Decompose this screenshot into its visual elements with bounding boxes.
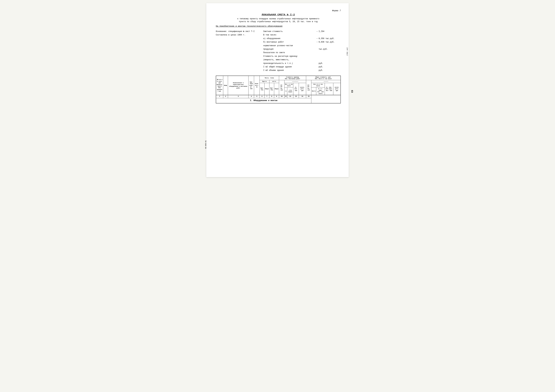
th-cipher: Шифр (223, 76, 228, 95)
estimated-cost-label: Сметная стоимость (263, 30, 315, 33)
document-title: ЛОКАЛЬНАЯ СМЕТА № I-2 (216, 14, 341, 16)
th-unit: Еди- ница изме- ре- ния (248, 76, 254, 95)
th-brutto: брутто (260, 80, 269, 83)
page-number: б3 (351, 90, 353, 93)
document-purpose: На приобретение и монтаж технологическог… (216, 25, 341, 27)
th-vs: Все- в том числе (284, 83, 293, 87)
capacity-label: (мощность, вместимость, (263, 58, 315, 61)
info-section: Основание: спецификация № лист Т-I Соста… (216, 30, 341, 72)
th-total-breakdown: —————— (311, 80, 341, 83)
basis-label: Основание: спецификация № лист Т-I (216, 30, 260, 33)
th-net-unit: Еди- ниц (269, 83, 274, 95)
productivity-row: производительность и т.п.) руб. (263, 62, 341, 65)
total-cost-value: I,I94 (319, 30, 341, 33)
th-oc-nov: ос- нов- ная (293, 83, 299, 95)
th-bru-total: Общая (264, 83, 269, 95)
th-num: №№ пп и № пози- ции прейску- ранта УСН, … (216, 76, 223, 95)
info-left: Основание: спецификация № лист Т-I Соста… (216, 30, 260, 72)
th-name: Наименование и характеристика оборудован… (228, 76, 248, 95)
col-num-14: I4 (299, 95, 306, 98)
th-total-cost: Общая стоимость, руб.Обо- Всего в том чи… (306, 76, 341, 80)
including-row: В том числе: (263, 33, 341, 36)
col-num-2: 2 (223, 95, 228, 98)
volume-row: I м3 объема здания руб. (263, 69, 341, 72)
col-num-4: 4 (248, 95, 254, 98)
area-value: руб. (319, 65, 341, 68)
production-value: тыс.руб. (319, 48, 341, 51)
th-net-total: Общая (274, 83, 279, 95)
th-bru-unit: Еди- ниц (260, 83, 264, 95)
normative-row: нормативная условно-чистая (263, 44, 341, 47)
col-num-11: II (284, 95, 287, 98)
area-row: I м2 общей площади здания руб. (263, 65, 341, 68)
installation-row: б) монтажных работ – 0,838 тыс.руб. (263, 41, 341, 44)
main-table: №№ пп и № пози- ции прейску- ранта УСН, … (216, 76, 341, 104)
info-right: Сметная стоимость – I,I94 В том числе: а… (263, 30, 341, 72)
table-header-row1: №№ пп и № пози- ции прейску- ранта УСН, … (216, 76, 341, 80)
document-subtitle: к типовому проекту площадки налива отраб… (216, 17, 341, 23)
col-num-9: 9 (274, 95, 279, 98)
col-num-10: I0 (279, 95, 285, 98)
indicators-row: Показатели по смете (263, 51, 341, 54)
compiled-label: Составлена в ценах 1984 г. (216, 33, 260, 37)
production-label: продукция (263, 48, 315, 51)
th-rudo: ру- до- ва- ния (279, 80, 285, 95)
volume-value: руб. (319, 69, 341, 72)
area-label: I м2 общей площади здания (263, 65, 315, 68)
th-ekspl2: экспл- уата- ция (333, 83, 341, 95)
th-ekspl: экспл- уата- ция (299, 83, 306, 95)
th-unit-cost: Стоимость единицыОбо- Монтажных работ (279, 76, 306, 80)
equipment-value: 0,356 тыс.руб. (319, 37, 341, 40)
th-vs-go: го (284, 87, 287, 95)
col-num-12: I2 (287, 95, 293, 98)
col-num-6: 6 (260, 95, 264, 98)
production-row: продукция тыс.руб. (263, 48, 341, 51)
normative-label: нормативная условно-чистая (263, 44, 315, 47)
productivity-value: руб. (319, 62, 341, 65)
volume-label: I м3 объема здания (263, 69, 315, 72)
productivity-label: производительность и т.п.) (263, 62, 315, 65)
side-text-right: (ат.тру) (346, 47, 348, 56)
cost-row: Сметная стоимость – I,I94 (263, 30, 341, 33)
including-label: В том числе: (263, 33, 315, 36)
section-label: I. Оборудование и монтаж (216, 98, 311, 103)
col-num-15: I5 (306, 95, 311, 98)
col-num-1: I (216, 95, 223, 98)
section-label-row: I. Оборудование и монтаж (216, 98, 341, 103)
th-montazh: ———————— (284, 80, 306, 83)
col-num-5: 5 (254, 95, 260, 98)
cost-unit-row: Стоимость на расчетную единицу (263, 55, 341, 58)
column-numbers-row: I 2 3 4 5 6 7 8 9 I0 II I2 I3 I4 I5 (216, 95, 341, 98)
page-container: (ат.тру) 40-956-01 б3 Форма 7 ЛОКАЛЬНАЯ … (206, 3, 349, 177)
col-num-7: 7 (264, 95, 269, 98)
subtitle-line2: пункта по сбору отработанных нефтепродук… (216, 20, 341, 23)
side-text-left: 40-956-01 (205, 140, 207, 149)
th-total-all: Все-го в том числе (311, 83, 325, 87)
installation-label: б) монтажных работ (263, 41, 315, 44)
th-netto: нетто (269, 80, 279, 83)
col-num-8: 8 (269, 95, 274, 98)
th-total-rub: ру- до- ва- ния (306, 80, 311, 95)
subtitle-line1: к типовому проекту площадки налива отраб… (216, 17, 341, 20)
cost-unit-label: Стоимость на расчетную единицу (263, 55, 315, 58)
th-mass: Масса, тонны (260, 76, 279, 80)
col-num-3: 3 (228, 95, 248, 98)
th-zpl-mach: з/пл машин (287, 87, 293, 95)
indicators-label: Показатели по смете (263, 51, 315, 54)
capacity-row: (мощность, вместимость, (263, 58, 341, 61)
form-number: Форма 7 (216, 9, 341, 12)
th-qty: Коли- чест- во (254, 76, 260, 95)
col-num-13: I3 (293, 95, 299, 98)
equipment-label: а) оборудования (263, 37, 315, 40)
equipment-row: а) оборудования – 0,356 тыс.руб. (263, 37, 341, 40)
th-vsego: Всего (311, 87, 316, 95)
installation-value: 0,838 тыс.руб. (319, 41, 341, 44)
th-osnov: ос- нов- ной зара- бот- ной (325, 83, 333, 95)
th-vtch: в т.ч. зара- бот- ной платы (316, 87, 325, 95)
